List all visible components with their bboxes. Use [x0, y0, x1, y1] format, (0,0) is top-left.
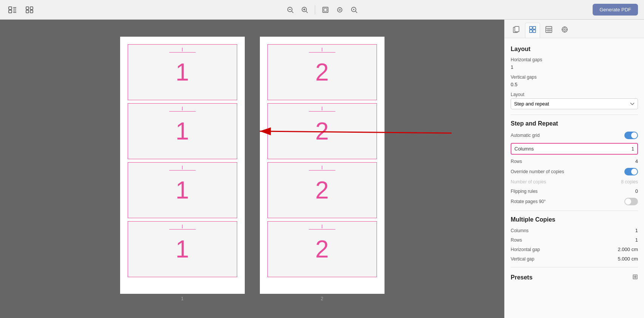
label-card-1-3: 1: [128, 162, 237, 218]
generate-pdf-btn[interactable]: Generate PDF: [593, 4, 638, 16]
number-of-copies-label: Number of copies: [511, 179, 546, 185]
svg-point-19: [337, 8, 342, 12]
label-card-1-2: 1: [128, 103, 237, 159]
vertical-gaps-field: Vertical gaps 0.5: [511, 74, 638, 88]
tab-target[interactable]: [558, 23, 572, 37]
horizontal-gaps-value: 1: [511, 64, 638, 71]
layout-view-btn[interactable]: [6, 5, 19, 15]
svg-rect-30: [533, 26, 536, 29]
horizontal-gaps-label: Horizontal gaps: [511, 57, 638, 62]
main-area: 1 1 1: [0, 20, 644, 318]
toolbar-left: [6, 5, 36, 15]
zoom-actual-btn[interactable]: [348, 5, 360, 15]
mark-hline: [309, 229, 335, 230]
canvas-area: 1 1 1: [0, 20, 504, 318]
svg-rect-6: [26, 7, 29, 9]
layout-field: Layout Step and repeat Grid Custom: [511, 92, 638, 109]
label-card-2-3: 2: [267, 162, 377, 218]
toolbar: Generate PDF: [0, 0, 644, 20]
panel-tabs: [505, 20, 644, 38]
svg-point-40: [564, 29, 565, 30]
step-repeat-title: Step and Repeat: [511, 120, 638, 127]
label-mark: [309, 225, 335, 230]
svg-line-12: [292, 11, 293, 13]
svg-rect-17: [323, 7, 328, 12]
section-divider-3: [511, 267, 638, 267]
panel-content: Layout Horizontal gaps 1 Vertical gaps 0…: [505, 38, 644, 287]
flipping-rules-label: Flipping rules: [511, 189, 537, 194]
toolbar-divider: [315, 5, 315, 14]
presets-title: Presets: [511, 274, 533, 281]
page-1-container: 1 1 1: [120, 37, 245, 301]
label-mark: [169, 225, 196, 230]
grid-view-btn[interactable]: [23, 5, 36, 15]
page-2: 2 2 2: [260, 37, 385, 294]
label-card-1-1: 1: [128, 44, 237, 100]
rotate-pages-row: Rotate pages 90°: [511, 198, 638, 205]
flipping-rules-row: Flipping rules 0: [511, 188, 638, 194]
presets-add-btn[interactable]: ⊞: [632, 273, 638, 281]
svg-rect-28: [515, 26, 519, 32]
rotate-pages-toggle[interactable]: [624, 198, 638, 205]
tab-grid[interactable]: [525, 23, 540, 38]
label-number: 1: [176, 178, 189, 202]
page-2-label: 2: [321, 296, 323, 301]
label-mark: [309, 107, 335, 112]
mc-vgap-row: Vertical gap 5.000 cm: [511, 256, 638, 262]
rotate-pages-label: Rotate pages 90°: [511, 199, 546, 204]
mc-columns-label: Columns: [511, 228, 528, 233]
override-copies-toggle[interactable]: [624, 168, 638, 175]
label-card-2-1: 2: [267, 44, 377, 100]
override-copies-label: Override number of copies: [511, 169, 564, 174]
label-card-1-4: 1: [128, 221, 237, 277]
svg-rect-7: [30, 7, 33, 9]
section-divider-2: [511, 211, 638, 211]
layout-label: Layout: [511, 92, 638, 97]
automatic-grid-toggle[interactable]: [624, 132, 638, 139]
zoom-fit-btn[interactable]: [334, 5, 345, 15]
label-number: 2: [315, 60, 329, 84]
tab-copy[interactable]: [509, 23, 524, 37]
mc-rows-label: Rows: [511, 237, 522, 243]
svg-rect-32: [533, 30, 536, 33]
columns-highlighted-row: Columns 1: [511, 143, 638, 155]
automatic-grid-row: Automatic grid: [511, 132, 638, 139]
label-mark: [169, 107, 196, 112]
fit-page-btn[interactable]: [320, 5, 331, 15]
mark-hline: [169, 170, 196, 171]
page-1-label: 1: [181, 296, 184, 301]
mark-hline: [309, 111, 335, 112]
horizontal-gaps-field: Horizontal gaps 1: [511, 57, 638, 71]
mc-hgap-row: Horizontal gap 2.000 cm: [511, 247, 638, 252]
svg-rect-29: [530, 26, 532, 29]
svg-line-22: [355, 11, 357, 13]
mark-hline: [169, 52, 196, 53]
label-mark: [309, 166, 335, 171]
label-card-2-4: 2: [267, 221, 377, 277]
label-number: 1: [176, 237, 189, 261]
toolbar-center: [284, 5, 360, 15]
mark-hline: [309, 52, 335, 53]
mc-columns-value: 1: [635, 228, 638, 233]
columns-label: Columns: [514, 146, 534, 152]
svg-rect-18: [324, 8, 327, 11]
arrow-overlay: [0, 20, 504, 318]
mc-hgap-label: Horizontal gap: [511, 247, 540, 252]
zoom-out-btn[interactable]: [284, 5, 296, 15]
override-copies-row: Override number of copies: [511, 168, 638, 175]
label-number: 2: [315, 237, 329, 261]
automatic-grid-label: Automatic grid: [511, 133, 540, 138]
right-panel: Layout Horizontal gaps 1 Vertical gaps 0…: [504, 20, 644, 318]
label-mark: [169, 166, 196, 171]
tab-table[interactable]: [542, 23, 556, 37]
layout-select[interactable]: Step and repeat Grid Custom: [511, 98, 638, 109]
svg-point-20: [339, 9, 340, 11]
zoom-in-btn[interactable]: [299, 5, 310, 15]
label-number: 1: [176, 119, 189, 143]
label-number: 1: [176, 60, 189, 84]
mark-line: [322, 225, 323, 228]
mark-line: [322, 48, 323, 51]
rows-label: Rows: [511, 159, 522, 164]
mark-hline: [169, 111, 196, 112]
mc-vgap-label: Vertical gap: [511, 256, 534, 262]
